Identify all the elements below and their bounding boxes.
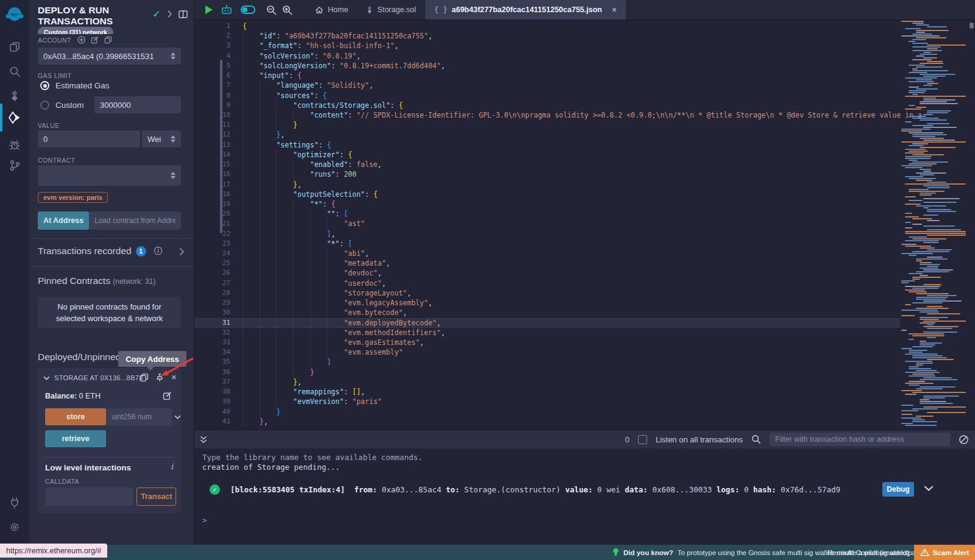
contract-spinner-icon[interactable] — [171, 172, 176, 179]
code-line-1[interactable]: 1{ — [194, 21, 900, 31]
unit-spinner-icon[interactable] — [171, 135, 176, 143]
radio-estimated-gas[interactable] — [40, 81, 49, 90]
code-line-17[interactable]: 17 }, — [194, 180, 900, 190]
tab-storage-sol[interactable]: Storage.sol — [357, 0, 425, 19]
code-line-9[interactable]: 9 "contracts/Storage.sol": { — [194, 101, 900, 110]
code-line-5[interactable]: 5 "solcLongVersion": "0.8.19+commit.7dd6… — [194, 61, 900, 71]
tab-home[interactable]: Home — [306, 0, 357, 19]
code-line-19[interactable]: 19 "*": { — [194, 199, 900, 209]
transaction-log-row[interactable]: ✓ [block:5583405 txIndex:4] from: 0xa03.… — [194, 480, 975, 498]
value-input[interactable] — [38, 130, 140, 147]
code-line-40[interactable]: 40 } — [194, 407, 900, 417]
code-line-37[interactable]: 37 }, — [194, 377, 900, 387]
tab-build-info-json[interactable]: { } a69b43f277ba20fcac141151250ca755.jso… — [425, 0, 626, 19]
code-line-12[interactable]: 12 }, — [194, 130, 900, 140]
collapse-instance-icon[interactable] — [43, 376, 50, 380]
run-script-icon[interactable] — [205, 5, 213, 14]
panel-scrollbar[interactable] — [220, 60, 222, 233]
code-line-35[interactable]: 35 ] — [194, 357, 900, 367]
code-line-14[interactable]: 14 "optimizer": { — [194, 150, 900, 160]
code-line-15[interactable]: 15 "enabled": false, — [194, 160, 900, 169]
at-address-button[interactable]: At Address — [38, 211, 89, 230]
debugger-icon[interactable] — [0, 133, 29, 156]
zoom-in-icon[interactable] — [282, 5, 292, 15]
code-line-20[interactable]: 20 "": [ — [194, 209, 900, 219]
expand-log-icon[interactable] — [924, 486, 934, 491]
code-line-28[interactable]: 28 "storageLayout", — [194, 288, 900, 298]
code-line-30[interactable]: 30 "evm.bytecode", — [194, 308, 900, 317]
copy-account-icon[interactable] — [104, 36, 112, 44]
terminal-filter-input[interactable] — [770, 433, 950, 446]
code-line-33[interactable]: 33 "evm.gasEstimates", — [194, 338, 900, 347]
deploy-run-icon[interactable] — [0, 106, 29, 129]
value-unit-select[interactable]: Wei — [142, 130, 181, 147]
file-explorer-icon[interactable] — [0, 35, 29, 58]
plugin-manager-icon[interactable] — [0, 491, 29, 514]
code-line-24[interactable]: 24 "abi", — [194, 249, 900, 258]
code-line-39[interactable]: 39 "evmVersion": "paris" — [194, 397, 900, 406]
code-line-3[interactable]: 3 "_format": "hh-sol-build-info-1", — [194, 41, 900, 51]
code-line-6[interactable]: 6 "input": { — [194, 71, 900, 80]
gas-custom-option[interactable]: Custom — [40, 101, 84, 110]
code-line-29[interactable]: 29 "evm.legacyAssembly", — [194, 298, 900, 308]
code-line-36[interactable]: 36 } — [194, 367, 900, 377]
code-line-34[interactable]: 34 "evm.assembly" — [194, 347, 900, 357]
code-line-18[interactable]: 18 "outputSelection": { — [194, 190, 900, 199]
copy-address-icon[interactable] — [140, 373, 149, 382]
code-line-26[interactable]: 26 "devdoc", — [194, 268, 900, 278]
code-line-7[interactable]: 7 "language": "Solidity", — [194, 80, 900, 90]
store-arg-input[interactable] — [106, 408, 172, 425]
settings-gear-icon[interactable] — [0, 516, 29, 539]
expand-store-icon[interactable] — [174, 415, 181, 419]
terminal-body[interactable]: Type the library name to see available c… — [194, 448, 975, 545]
code-line-16[interactable]: 16 "runs": 200 — [194, 169, 900, 179]
account-select[interactable]: 0xA03...85ac4 (0.39866531531 — [38, 48, 181, 65]
account-spinner-icon[interactable] — [171, 52, 176, 60]
code-line-8[interactable]: 8 "sources": { — [194, 91, 900, 101]
edit-balance-icon[interactable] — [163, 391, 172, 400]
code-line-2[interactable]: 2 "id": "a69b43f277ba20fcac141151250ca75… — [194, 31, 900, 41]
add-account-icon[interactable] — [77, 36, 85, 44]
code-line-31[interactable]: 31 "evm.deployedBytecode", — [194, 318, 900, 328]
code-line-38[interactable]: 38 "remappings": [], — [194, 387, 900, 397]
split-view-icon[interactable] — [179, 10, 188, 18]
clear-console-icon[interactable] — [959, 434, 969, 445]
git-icon[interactable] — [0, 154, 29, 177]
retrieve-button[interactable]: retrieve — [45, 430, 106, 447]
code-line-27[interactable]: 27 "userdoc", — [194, 278, 900, 288]
close-tab-icon[interactable]: × — [612, 5, 617, 15]
code-line-22[interactable]: 22 ], — [194, 229, 900, 239]
sign-message-icon[interactable] — [91, 36, 99, 44]
collapse-terminal-icon[interactable] — [200, 436, 207, 444]
code-line-11[interactable]: 11 } — [194, 120, 900, 130]
contract-select[interactable] — [38, 165, 181, 186]
expand-panel-icon[interactable] — [167, 10, 172, 18]
code-line-25[interactable]: 25 "metadata", — [194, 258, 900, 268]
code-line-21[interactable]: 21 "ast" — [194, 219, 900, 229]
listen-checkbox[interactable] — [638, 435, 647, 444]
zoom-out-icon[interactable] — [266, 5, 277, 15]
transact-button[interactable]: Transact — [136, 487, 176, 506]
minimap[interactable] — [900, 21, 968, 428]
custom-gas-input[interactable] — [94, 96, 181, 113]
low-level-info-icon[interactable]: i — [171, 462, 173, 471]
calldata-input[interactable] — [45, 487, 133, 506]
code-line-4[interactable]: 4 "solcVersion": "0.8.19", — [194, 51, 900, 61]
radio-custom-gas[interactable] — [40, 101, 49, 110]
terminal-search-icon[interactable] — [751, 434, 761, 444]
code-line-32[interactable]: 32 "evm.methodIdentifiers", — [194, 328, 900, 338]
code-line-10[interactable]: 10 "content": "// SPDX-License-Identifie… — [194, 110, 900, 120]
editor-scrollbar-thumb[interactable] — [970, 23, 974, 29]
solidity-compiler-icon[interactable] — [0, 84, 29, 107]
at-address-input[interactable] — [89, 211, 181, 230]
code-line-13[interactable]: 13 "settings": { — [194, 140, 900, 150]
copilot-status[interactable]: RemixAI Copilot (enabled) — [828, 545, 909, 560]
remixai-robot-icon[interactable] — [221, 4, 233, 15]
code-line-23[interactable]: 23 "*": [ — [194, 239, 900, 249]
store-button[interactable]: store — [45, 408, 106, 425]
expand-transactions-icon[interactable] — [179, 248, 184, 255]
gas-estimated-option[interactable]: Estimated Gas — [40, 81, 110, 90]
copilot-toggle[interactable] — [241, 5, 255, 14]
scam-alert-badge[interactable]: Scam Alert — [914, 545, 975, 560]
code-line-41[interactable]: 41 }, — [194, 417, 900, 427]
